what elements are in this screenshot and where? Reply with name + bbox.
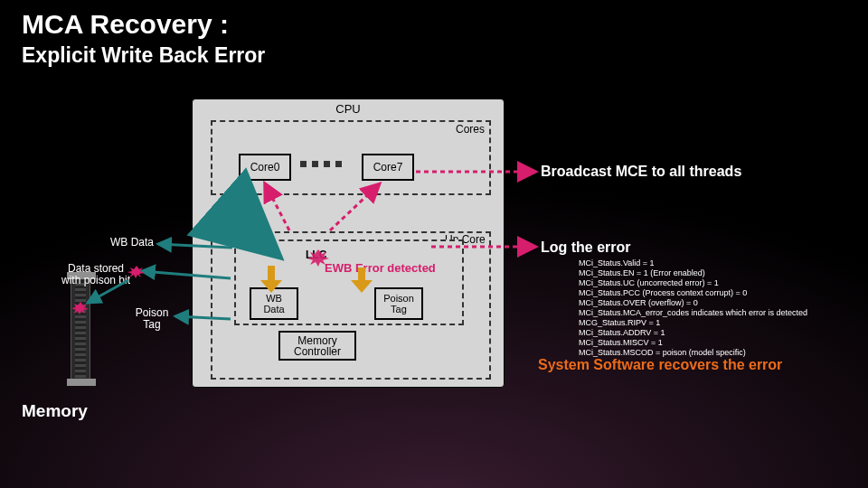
wb-data-label: WB Data [110, 236, 154, 249]
ewb-error-label: EWB Error detected [325, 261, 436, 275]
status-line: MCi_Status.Valid = 1 [579, 258, 859, 268]
recovers-callout: System Software recovers the error [538, 357, 782, 373]
status-line: MCi_Status.EN = 1 (Error enabled) [579, 268, 859, 278]
broadcast-callout: Broadcast MCE to all threads [541, 164, 741, 180]
page-title: MCA Recovery : [22, 9, 229, 40]
new-data-label: New Data [215, 204, 253, 224]
status-list: MCi_Status.Valid = 1MCi_Status.EN = 1 (E… [579, 258, 859, 358]
status-line: MCi_Status.MCA_error_codes indicates whi… [579, 308, 859, 318]
poison-tag-label: Poison Tag [130, 307, 174, 331]
status-line: MCi_Status.OVER (overflow) = 0 [579, 298, 859, 308]
status-line: MCi_Status.PCC (Process context corrupt)… [579, 288, 859, 298]
status-line: MCi_Status.UC (uncorrected error) = 1 [579, 278, 859, 288]
data-stored-label: Data stored with poison bit [54, 263, 137, 286]
cpu-label: CPU [192, 102, 505, 116]
wb-data-box: WB Data [250, 287, 298, 320]
cores-label: Cores [454, 123, 486, 136]
status-line: MCi_Status.ADDRV = 1 [579, 328, 859, 338]
core7-block: Core7 [362, 154, 414, 181]
core0-block: Core0 [239, 154, 291, 181]
status-line: MCG_Status.RIPV = 1 [579, 318, 859, 328]
log-error-callout: Log the error [541, 239, 631, 256]
page-subtitle: Explicit Write Back Error [22, 43, 265, 68]
llc-label: LLC [306, 249, 326, 261]
cores-ellipsis-icon [300, 161, 342, 167]
memory-controller-box: Memory Controller [278, 331, 356, 361]
status-line: MCi_Status.MISCV = 1 [579, 338, 859, 348]
memory-label: Memory [22, 401, 88, 421]
poison-tag-box: Poison Tag [374, 287, 423, 320]
memory-module-icon [71, 276, 90, 382]
